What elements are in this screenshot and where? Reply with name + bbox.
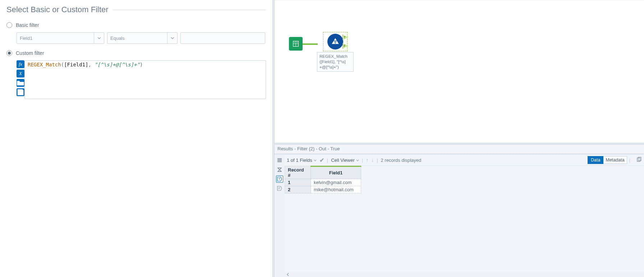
basic-filter-label: Basic filter bbox=[16, 22, 39, 28]
expression-editor[interactable]: REGEX_Match([Field1], "[^\s]+@[^\s]+") bbox=[24, 60, 266, 99]
cell-field1[interactable]: mike@hotmail.com bbox=[311, 186, 361, 193]
results-grid[interactable]: Record # Field1 1 kelvin@gmail.com 2 bbox=[285, 166, 361, 193]
right-side: T F REGEX_Match ([Field1], "[^\s] +@[^\s… bbox=[275, 0, 644, 277]
copy-icon[interactable] bbox=[636, 157, 642, 164]
section-rule bbox=[113, 10, 266, 10]
basic-field-value: Field1 bbox=[20, 36, 32, 41]
results-grid-wrap: Record # Field1 1 kelvin@gmail.com 2 bbox=[285, 166, 644, 193]
connector-line[interactable] bbox=[303, 43, 318, 45]
row-number: 2 bbox=[285, 186, 311, 193]
arrow-up-icon[interactable]: ↑ bbox=[366, 157, 368, 163]
results-title: Results - Filter (2) - Out - True bbox=[275, 145, 644, 153]
chevron-down-icon bbox=[167, 33, 177, 43]
folder-open-icon[interactable] bbox=[17, 79, 24, 87]
radio-unchecked-icon bbox=[6, 22, 12, 28]
expr-field: [Field1] bbox=[64, 62, 88, 67]
false-output-icon[interactable]: F bbox=[276, 185, 283, 192]
save-icon[interactable] bbox=[17, 88, 24, 96]
svg-text:F: F bbox=[279, 187, 281, 190]
results-grid-body: 1 kelvin@gmail.com 2 mike@hotmail.com bbox=[285, 179, 361, 193]
check-icon[interactable]: ✔ bbox=[319, 157, 324, 164]
results-main: 1 of 1 Fields ✔ | Cell Viewer | ↑ ↓ | 2 … bbox=[285, 155, 644, 277]
filter-tool-icon bbox=[327, 34, 343, 50]
results-icon-column: T F bbox=[275, 155, 285, 277]
col-field1[interactable]: Field1 bbox=[311, 166, 361, 179]
expr-string: "[^\s]+@[^\s]+" bbox=[94, 62, 139, 67]
section-header: Select Basic or Custom Filter bbox=[6, 5, 266, 14]
col-record-number[interactable]: Record # bbox=[285, 166, 311, 179]
records-list-icon[interactable] bbox=[276, 157, 283, 164]
basic-value-input[interactable] bbox=[180, 32, 265, 44]
svg-text:T: T bbox=[279, 177, 281, 181]
custom-filter-option[interactable]: Custom filter bbox=[6, 50, 266, 56]
records-displayed-text: 2 records displayed bbox=[381, 158, 422, 163]
radio-checked-icon bbox=[6, 50, 12, 56]
arrow-down-icon[interactable]: ↓ bbox=[371, 157, 374, 163]
input-data-tool[interactable] bbox=[289, 37, 303, 51]
fx-icon[interactable]: fx bbox=[17, 60, 24, 68]
filter-tool-group: T F REGEX_Match ([Field1], "[^\s] +@[^\s… bbox=[317, 32, 354, 72]
cell-viewer-dropdown[interactable]: Cell Viewer bbox=[331, 158, 359, 163]
chevron-down-icon bbox=[356, 158, 359, 163]
basic-field-select[interactable]: Field1 bbox=[17, 32, 104, 44]
filter-output-true[interactable]: T bbox=[342, 34, 348, 40]
chevron-down-icon bbox=[94, 33, 104, 43]
cell-field1[interactable]: kelvin@gmail.com bbox=[311, 179, 361, 186]
filter-config-panel: Select Basic or Custom Filter Basic filt… bbox=[0, 0, 272, 277]
workflow-canvas[interactable]: T F REGEX_Match ([Field1], "[^\s] +@[^\s… bbox=[275, 0, 644, 143]
results-toolbar: 1 of 1 Fields ✔ | Cell Viewer | ↑ ↓ | 2 … bbox=[285, 155, 644, 166]
separator: | bbox=[629, 158, 630, 163]
basic-operator-value: Equals bbox=[110, 36, 125, 41]
expression-toolbar: fx X bbox=[17, 60, 24, 99]
table-row[interactable]: 1 kelvin@gmail.com bbox=[285, 179, 361, 186]
variable-x-icon[interactable]: X bbox=[17, 70, 24, 78]
filter-tool-annotation[interactable]: REGEX_Match ([Field1], "[^\s] +@[^\s]+") bbox=[317, 52, 354, 72]
basic-operator-select[interactable]: Equals bbox=[107, 32, 178, 44]
custom-filter-area: fx X REGEX_Match([Field1], "[^\s]+@[^\s]… bbox=[17, 60, 266, 99]
chevron-down-icon bbox=[314, 158, 317, 163]
row-number: 1 bbox=[285, 179, 311, 186]
results-body: T F 1 of 1 Fields ✔ | Cell Viewer bbox=[275, 155, 644, 277]
true-output-icon[interactable]: T bbox=[276, 175, 283, 183]
tab-data[interactable]: Data bbox=[588, 156, 603, 164]
sigma-icon[interactable] bbox=[276, 166, 283, 173]
svg-point-1 bbox=[297, 42, 298, 43]
separator: | bbox=[377, 158, 378, 163]
basic-filter-inputs: Field1 Equals bbox=[17, 32, 266, 44]
horizontal-scrollbar[interactable] bbox=[285, 272, 644, 277]
filter-output-false[interactable]: F bbox=[342, 43, 348, 49]
results-panel: Results - Filter (2) - Out - True T F bbox=[275, 145, 644, 277]
svg-point-0 bbox=[294, 42, 295, 43]
toolbar-right: Data Metadata | bbox=[588, 156, 642, 164]
custom-filter-label: Custom filter bbox=[16, 50, 44, 56]
expr-fn: REGEX_Match bbox=[28, 62, 61, 67]
section-title: Select Basic or Custom Filter bbox=[6, 5, 109, 14]
separator: | bbox=[362, 158, 363, 163]
chevron-left-icon bbox=[286, 273, 290, 276]
filter-tool-selected[interactable]: T F bbox=[323, 32, 348, 51]
separator: | bbox=[327, 158, 328, 163]
basic-filter-option[interactable]: Basic filter bbox=[6, 22, 266, 28]
fields-summary-dropdown[interactable]: 1 of 1 Fields bbox=[287, 158, 317, 163]
tab-metadata[interactable]: Metadata bbox=[603, 156, 627, 164]
table-row[interactable]: 2 mike@hotmail.com bbox=[285, 186, 361, 193]
